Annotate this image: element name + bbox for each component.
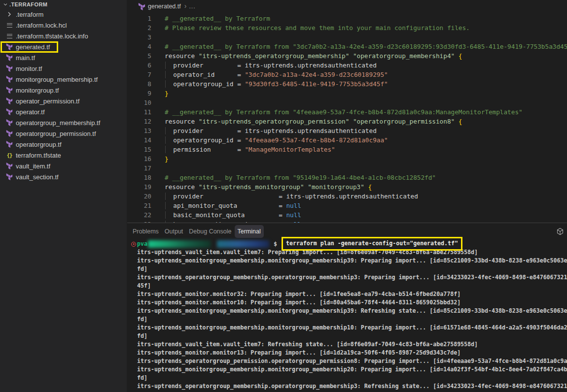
line-number: 1: [127, 14, 151, 23]
file-label: terraform.tfstate: [16, 152, 61, 159]
line-number: 11: [127, 107, 151, 117]
file-item-vault-section-tf[interactable]: vault_section.tf: [0, 171, 127, 182]
file-label: monitorgroup.tf: [16, 87, 59, 94]
file-label: operatorgroup.tf: [16, 141, 62, 148]
file-item-monitorgroup-tf[interactable]: monitorgroup.tf: [0, 85, 127, 96]
line-number: 20: [127, 192, 151, 201]
box-icon[interactable]: [556, 228, 564, 235]
terraform-icon: [5, 173, 13, 181]
code-line-16: 16}: [127, 154, 567, 163]
file-item-monitor-tf[interactable]: monitor.tf: [0, 63, 127, 74]
tab-output[interactable]: Output: [162, 225, 186, 238]
terraform-icon: [5, 65, 13, 72]
code-line-3: 3: [127, 33, 567, 42]
breadcrumb-filename[interactable]: generated.tf: [148, 3, 181, 10]
terminal-line: itrs-uptrends_monitor.monitor13: Prepari…: [137, 349, 567, 357]
file-item-operatorgroup-membership-tf[interactable]: operatorgroup_membership.tf: [0, 117, 127, 128]
tab-problems[interactable]: Problems: [130, 225, 162, 238]
code-line-6: 6 provider = itrs-uptrends.uptrendsauthe…: [127, 61, 567, 70]
editor-pane[interactable]: generated.tf › ... 1# __generated__ by T…: [127, 0, 567, 223]
file-item-terraform[interactable]: .terraform: [0, 9, 127, 20]
line-number: 13: [127, 126, 151, 135]
code-line-8: 8 operatorgroup_id = "93d30fd3-6485-411e…: [127, 79, 567, 89]
file-item-operator-permission-tf[interactable]: operator_permission.tf: [0, 96, 127, 106]
file-item-operator-tf[interactable]: operator.tf: [0, 106, 127, 117]
code-line-22: 22 basic_monitor_quota = null: [127, 210, 567, 220]
line-number: 10: [127, 98, 151, 107]
code-line-5: 5resource "itrs-uptrends_operatorgroup_m…: [127, 51, 567, 61]
prompt-symbol: $: [274, 240, 277, 248]
panel-actions: [556, 228, 564, 237]
vscode-window: { "colors": { "editor-bg": "#1e1e1e", "s…: [0, 0, 567, 392]
file-item-monitorgroup-membership-tf[interactable]: monitorgroup_membership.tf: [0, 74, 127, 85]
redacted-blur-blue: [217, 240, 269, 248]
breadcrumb-symbol-ellipsis[interactable]: ...: [189, 3, 195, 10]
file-list: .terraform.terraform.lock.hcl.terraform.…: [0, 9, 127, 182]
file-label: .terraform.tfstate.lock.info: [16, 33, 88, 40]
line-number: 14: [127, 135, 151, 145]
code-line-20: 20 provider = itrs-uptrends.uptrendsauth…: [127, 192, 567, 201]
code-line-9: 9}: [127, 89, 567, 98]
doc-icon: [5, 32, 13, 40]
breadcrumb[interactable]: generated.tf › ...: [127, 0, 567, 13]
terminal-output: itrs-uptrends_vault_item.vault_item7: Pr…: [137, 248, 567, 391]
file-label: monitor.tf: [16, 65, 42, 72]
line-number: 19: [127, 182, 151, 192]
file-item-terraform-tfstate-lock-info[interactable]: .terraform.tfstate.lock.info: [0, 31, 127, 41]
chevron-right-icon: [5, 10, 13, 18]
line-number: 9: [127, 89, 151, 98]
explorer-section-label: .TERRAFORM: [9, 1, 47, 7]
terraform-icon: [5, 130, 13, 137]
code-line-7: 7 operator_id = "3dc7a0b2-a13a-42e4-a359…: [127, 70, 567, 79]
prompt-user: pva: [137, 240, 147, 248]
terraform-icon: [5, 54, 13, 62]
line-number: 3: [127, 33, 151, 42]
code-line-2: 2# Please review these resources and mov…: [127, 23, 567, 33]
explorer-section-header[interactable]: .TERRAFORM: [0, 0, 127, 9]
file-item-vault-item-tf[interactable]: vault_item.tf: [0, 161, 127, 171]
code-line-12: 12resource "itrs-uptrends_operatorgroup_…: [127, 117, 567, 126]
line-number: 21: [127, 201, 151, 210]
json-icon: {}: [5, 151, 13, 159]
code-line-18: 18# __generated__ by Terraform from "951…: [127, 173, 567, 182]
tab-terminal[interactable]: Terminal: [235, 225, 264, 238]
code-line-19: 19resource "itrs-uptrends_monitorgroup" …: [127, 182, 567, 192]
terminal-prompt-line: × pva $ terraform plan -generate-config-…: [137, 240, 567, 248]
line-number: 5: [127, 51, 151, 61]
file-label: generated.tf: [16, 43, 50, 51]
code-area[interactable]: 1# __generated__ by Terraform2# Please r…: [127, 14, 567, 223]
terminal-line: itrs-uptrends_monitor.monitor10: Prepari…: [137, 298, 567, 307]
terraform-icon: [5, 119, 13, 127]
code-line-11: 11# __generated__ by Terraform from "4fe…: [127, 107, 567, 117]
tab-debug-console[interactable]: Debug Console: [186, 225, 234, 238]
file-item-operatorgroup-permission-tf[interactable]: operatorgroup_permission.tf: [0, 128, 127, 139]
file-item-terraform-lock-hcl[interactable]: .terraform.lock.hcl: [0, 20, 127, 31]
line-number: 15: [127, 145, 151, 154]
file-item-operatorgroup-tf[interactable]: operatorgroup.tf: [0, 139, 127, 150]
terminal-line: itrs-uptrends_operatorgroup_membership.o…: [137, 273, 567, 282]
file-item-terraform-tfstate[interactable]: {}terraform.tfstate: [0, 150, 127, 161]
line-number: 4: [127, 42, 151, 51]
command-failed-icon: ×: [131, 242, 136, 247]
terraform-icon: [5, 108, 13, 116]
terminal[interactable]: × pva $ terraform plan -generate-config-…: [127, 240, 567, 391]
redacted-blur-green: [148, 240, 211, 248]
line-number: 8: [127, 79, 151, 89]
code-line-21: 21 api_monitor_quota = null: [127, 201, 567, 210]
line-number: 7: [127, 70, 151, 79]
explorer-sidebar: .TERRAFORM .terraform.terraform.lock.hcl…: [0, 0, 127, 392]
code-line-1: 1# __generated__ by Terraform: [127, 14, 567, 23]
bottom-panel: ProblemsOutputDebug ConsoleTerminal × pv…: [127, 223, 567, 392]
doc-icon: [5, 21, 13, 29]
breadcrumb-separator: ›: [184, 2, 187, 10]
file-item-generated-tf[interactable]: generated.tf: [0, 41, 127, 52]
line-number: 6: [127, 61, 151, 70]
line-number: 18: [127, 173, 151, 182]
code-line-13: 13 provider = itrs-uptrends.uptrendsauth…: [127, 126, 567, 135]
line-number: 16: [127, 154, 151, 163]
terraform-icon: [5, 86, 13, 94]
file-item-main-tf[interactable]: main.tf: [0, 52, 127, 63]
file-label: operator.tf: [16, 108, 45, 116]
code-line-17: 17: [127, 163, 567, 173]
line-number: 22: [127, 210, 151, 220]
